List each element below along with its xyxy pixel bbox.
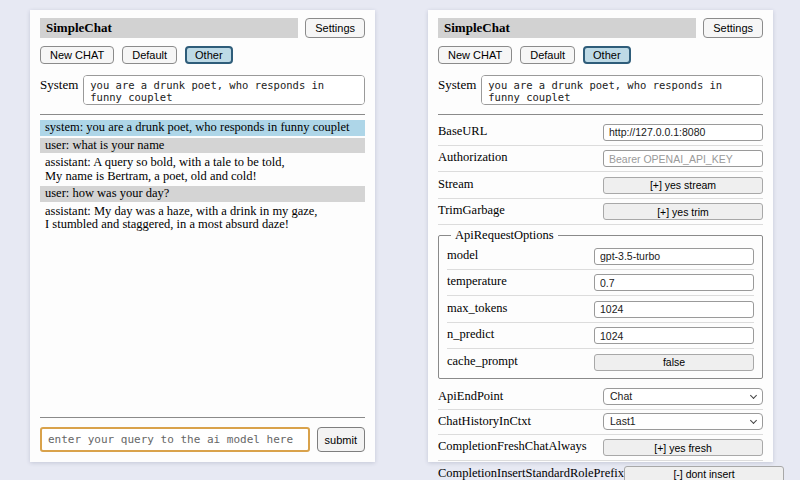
stream-toggle-button[interactable]: [+] yes stream [603, 177, 763, 194]
api-request-options-rows: modeltemperaturemax_tokensn_predictcache… [447, 243, 754, 375]
setting-control [594, 299, 754, 318]
trimgarbage-toggle-button[interactable]: [+] yes trim [603, 203, 763, 220]
api-request-options-fieldset: ApiRequestOptions modeltemperaturemax_to… [438, 228, 763, 379]
setting-control: Chat [603, 388, 763, 405]
setting-label: TrimGarbage [438, 203, 505, 218]
new-chat-button[interactable]: New CHAT [438, 46, 512, 64]
setting-control: [-] dont insert [624, 464, 784, 480]
setting-row: max_tokens [447, 296, 754, 323]
chevron-down-icon [750, 416, 757, 423]
setting-row: CompletionInsertStandardRolePrefix[-] do… [438, 461, 763, 480]
setting-label: CompletionFreshChatAlways [438, 439, 587, 454]
setting-control: [+] yes stream [603, 175, 763, 194]
query-input[interactable] [40, 427, 310, 452]
setting-label: ChatHistoryInCtxt [438, 414, 531, 429]
app-title: SimpleChat [40, 18, 298, 38]
setting-control: [+] yes fresh [603, 438, 763, 457]
system-label: System [438, 75, 476, 105]
tab-other[interactable]: Other [185, 46, 233, 64]
setting-label: BaseURL [438, 124, 487, 139]
chevron-down-icon [750, 391, 757, 398]
setting-label: cache_prompt [447, 354, 518, 369]
setting-label: temperature [447, 274, 507, 289]
setting-label: Authorization [438, 150, 507, 165]
setting-label: Stream [438, 177, 473, 192]
setting-row: ChatHistoryInCtxtLast1 [438, 410, 763, 435]
setting-row: model [447, 243, 754, 270]
setting-label: n_predict [447, 327, 494, 342]
chathistoryinctxt-select[interactable]: Last1 [603, 413, 763, 430]
setting-row: temperature [447, 270, 754, 297]
setting-row: Authorization [438, 146, 763, 173]
setting-control: Last1 [603, 413, 763, 430]
system-prompt-input[interactable] [481, 75, 763, 105]
temperature-input[interactable] [594, 274, 754, 291]
setting-label: model [447, 248, 478, 263]
setting-control [594, 246, 754, 265]
n-predict-input[interactable] [594, 327, 754, 344]
system-prompt-input[interactable] [83, 75, 365, 105]
settings-button[interactable]: Settings [703, 18, 763, 38]
model-input[interactable] [594, 248, 754, 265]
chat-message-user: user: what is your name [40, 138, 365, 154]
setting-row: ApiEndPointChat [438, 385, 763, 410]
settings-panel: SimpleChat Settings New CHAT Default Oth… [428, 10, 773, 462]
settings-button[interactable]: Settings [305, 18, 365, 38]
fieldset-legend: ApiRequestOptions [451, 228, 558, 243]
setting-control: false [594, 352, 754, 371]
setting-control [594, 326, 754, 345]
chat-messages: system: you are a drunk poet, who respon… [40, 120, 365, 235]
apiendpoint-select[interactable]: Chat [603, 388, 763, 405]
setting-row: n_predict [447, 323, 754, 350]
tab-default[interactable]: Default [520, 46, 575, 64]
setting-label: max_tokens [447, 301, 507, 316]
setting-row: CompletionFreshChatAlways[+] yes fresh [438, 435, 763, 462]
setting-row: TrimGarbage[+] yes trim [438, 199, 763, 226]
setting-label: CompletionInsertStandardRolePrefix [438, 466, 624, 480]
settings-rows: ApiEndPointChatChatHistoryInCtxtLast1Com… [438, 385, 763, 480]
chat-message-assistant: assistant: A query so bold, with a tale … [40, 155, 365, 184]
chat-panel: SimpleChat Settings New CHAT Default Oth… [30, 10, 375, 462]
setting-row: cache_promptfalse [447, 349, 754, 375]
baseurl-input[interactable] [603, 124, 763, 141]
submit-button[interactable]: submit [317, 427, 365, 452]
setting-row: BaseURL [438, 119, 763, 146]
max-tokens-input[interactable] [594, 301, 754, 318]
setting-control [603, 149, 763, 168]
selected-option: Last1 [610, 415, 636, 427]
chat-message-user: user: how was your day? [40, 186, 365, 202]
completioninsertstandardroleprefix-toggle-button[interactable]: [-] dont insert [624, 466, 784, 480]
completionfreshchatalways-toggle-button[interactable]: [+] yes fresh [603, 439, 763, 456]
setting-control: [+] yes trim [603, 202, 763, 221]
setting-row: Stream[+] yes stream [438, 172, 763, 199]
authorization-input[interactable] [603, 150, 763, 167]
setting-control [603, 122, 763, 141]
chat-message-system: system: you are a drunk poet, who respon… [40, 120, 365, 136]
system-label: System [40, 75, 78, 105]
app-title: SimpleChat [438, 18, 696, 38]
setting-label: ApiEndPoint [438, 389, 503, 404]
settings-rows: BaseURLAuthorizationStream[+] yes stream… [438, 119, 763, 225]
chat-message-assistant: assistant: My day was a haze, with a dri… [40, 204, 365, 233]
tab-other[interactable]: Other [583, 46, 631, 64]
selected-option: Chat [610, 390, 632, 402]
new-chat-button[interactable]: New CHAT [40, 46, 114, 64]
tab-default[interactable]: Default [122, 46, 177, 64]
cache-prompt-toggle-button[interactable]: false [594, 354, 754, 371]
setting-control [594, 273, 754, 292]
